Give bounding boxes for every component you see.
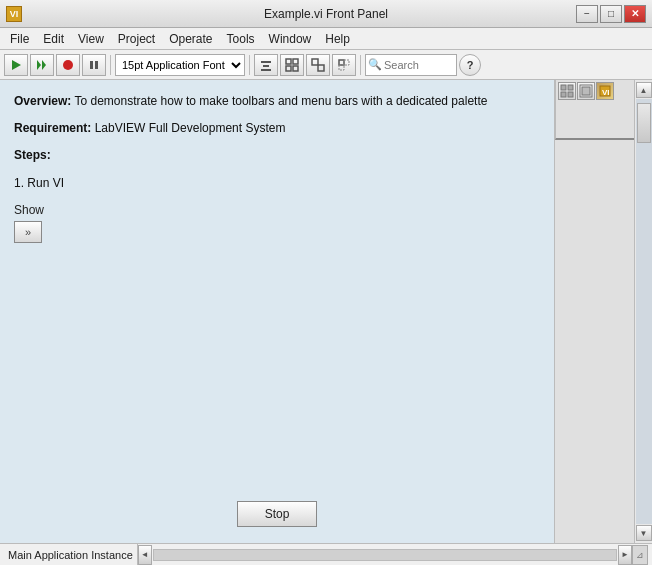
toolbar: 15pt Application Font 🔍 ?	[0, 50, 652, 80]
menu-operate[interactable]: Operate	[163, 30, 218, 48]
search-icon: 🔍	[368, 58, 382, 71]
show-section: Show »	[14, 203, 540, 243]
scroll-up-button[interactable]: ▲	[636, 82, 652, 98]
overview-text: To demonstrate how to make toolbars and …	[71, 94, 487, 108]
menu-project[interactable]: Project	[112, 30, 161, 48]
svg-marker-0	[12, 60, 21, 70]
toolbar-sep-1	[110, 55, 111, 75]
scroll-thumb[interactable]	[637, 103, 651, 143]
menu-edit[interactable]: Edit	[37, 30, 70, 48]
step1-text: 1. Run VI	[14, 176, 64, 190]
status-scroll-left-button[interactable]: ◄	[138, 545, 152, 565]
svg-rect-12	[293, 66, 298, 71]
restore-button[interactable]: □	[600, 5, 622, 23]
svg-rect-21	[568, 92, 573, 97]
toolbar-sep-2	[249, 55, 250, 75]
distribute-button[interactable]	[280, 54, 304, 76]
steps-label: Steps:	[14, 148, 51, 162]
status-scroll-right-button[interactable]: ►	[618, 545, 632, 565]
search-container: 🔍	[365, 54, 457, 76]
reorder-button[interactable]	[332, 54, 356, 76]
search-input[interactable]	[384, 59, 454, 71]
content-area: Overview: To demonstrate how to make too…	[0, 80, 554, 543]
overview-label: Overview:	[14, 94, 71, 108]
svg-point-3	[63, 60, 73, 70]
app-icon: VI	[6, 6, 22, 22]
svg-rect-11	[286, 66, 291, 71]
content-inner: Overview: To demonstrate how to make too…	[0, 80, 554, 501]
window-title: Example.vi Front Panel	[264, 7, 388, 21]
pause-button[interactable]	[82, 54, 106, 76]
svg-rect-10	[293, 59, 298, 64]
close-button[interactable]: ✕	[624, 5, 646, 23]
svg-text:VI: VI	[602, 88, 610, 97]
svg-rect-6	[261, 61, 271, 63]
step1-item: 1. Run VI	[14, 174, 540, 193]
align-button[interactable]	[254, 54, 278, 76]
svg-rect-7	[263, 65, 269, 67]
svg-rect-20	[561, 92, 566, 97]
resize-button[interactable]	[306, 54, 330, 76]
show-label: Show	[14, 203, 540, 217]
status-scroll-track[interactable]	[153, 549, 617, 561]
help-button[interactable]: ?	[459, 54, 481, 76]
run-button[interactable]	[4, 54, 28, 76]
window-controls: − □ ✕	[576, 5, 646, 23]
right-scrollbar: ▲ ▼	[634, 80, 652, 543]
svg-rect-8	[261, 69, 271, 71]
status-bar: Main Application Instance ◄ ► ⊿	[0, 543, 652, 565]
requirement-label: Requirement:	[14, 121, 91, 135]
menu-help[interactable]: Help	[319, 30, 356, 48]
scroll-down-button[interactable]: ▼	[636, 525, 652, 541]
steps-section: Steps:	[14, 146, 540, 165]
menu-tools[interactable]: Tools	[221, 30, 261, 48]
minimize-button[interactable]: −	[576, 5, 598, 23]
svg-rect-15	[339, 60, 344, 65]
svg-rect-5	[95, 61, 98, 69]
stop-section: Stop	[0, 501, 554, 543]
svg-rect-13	[312, 59, 318, 65]
svg-rect-14	[318, 65, 324, 71]
menu-window[interactable]: Window	[263, 30, 318, 48]
palette-panel: VI	[555, 80, 635, 140]
show-button[interactable]: »	[14, 221, 42, 243]
palette-icon-1[interactable]	[558, 82, 576, 100]
menu-bar: File Edit View Project Operate Tools Win…	[0, 28, 652, 50]
abort-button[interactable]	[56, 54, 80, 76]
status-text: Main Application Instance	[4, 544, 138, 565]
palette-icon-3[interactable]: VI	[596, 82, 614, 100]
requirement-section: Requirement: LabVIEW Full Development Sy…	[14, 119, 540, 138]
title-bar: VI Example.vi Front Panel − □ ✕	[0, 0, 652, 28]
palette-icon-2[interactable]	[577, 82, 595, 100]
svg-rect-18	[561, 85, 566, 90]
menu-file[interactable]: File	[4, 30, 35, 48]
toolbar-sep-3	[360, 55, 361, 75]
requirement-text: LabVIEW Full Development System	[91, 121, 285, 135]
scroll-track[interactable]	[636, 99, 652, 524]
font-select[interactable]: 15pt Application Font	[115, 54, 245, 76]
svg-rect-9	[286, 59, 291, 64]
run-cont-button[interactable]	[30, 54, 54, 76]
svg-rect-4	[90, 61, 93, 69]
svg-rect-23	[582, 87, 590, 95]
svg-marker-2	[42, 60, 46, 70]
main-container: VI Overview: To demonstrate how to make …	[0, 80, 652, 543]
svg-rect-19	[568, 85, 573, 90]
menu-view[interactable]: View	[72, 30, 110, 48]
resize-handle[interactable]: ⊿	[632, 545, 648, 565]
overview-section: Overview: To demonstrate how to make too…	[14, 92, 540, 111]
svg-marker-1	[37, 60, 41, 70]
stop-button[interactable]: Stop	[237, 501, 317, 527]
